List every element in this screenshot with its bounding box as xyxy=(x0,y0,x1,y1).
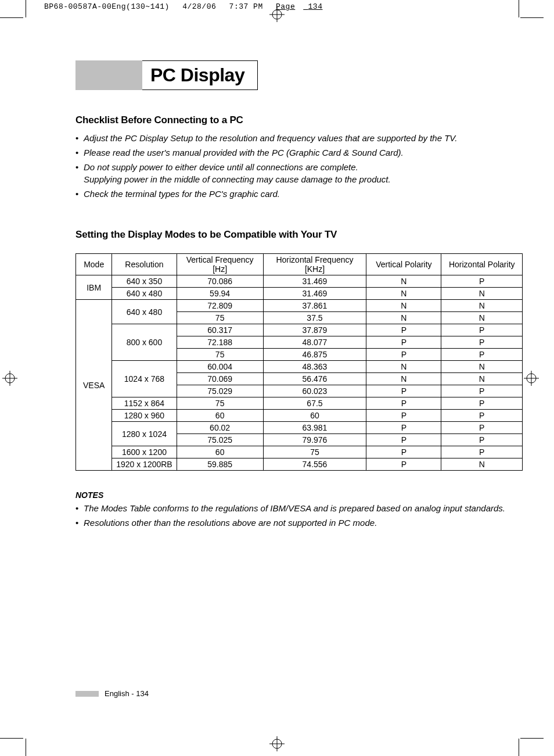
cell-vf: 60 xyxy=(177,410,263,422)
cropmark xyxy=(519,0,519,17)
cell-hp: N xyxy=(441,288,523,300)
cell-res: 1152 x 864 xyxy=(112,397,177,410)
display-modes-table: Mode Resolution Vertical Frequency [Hz] … xyxy=(75,253,523,471)
table-row: IBM 640 x 350 70.086 31.469 N P xyxy=(76,275,523,288)
cell-hf: 60 xyxy=(263,410,366,422)
cell-hp: N xyxy=(441,373,523,385)
cell-hp: P xyxy=(441,349,523,361)
cell-vp: N xyxy=(366,312,441,324)
table-row: 800 x 600 60.317 37.879 P P xyxy=(76,324,523,336)
cell-res: 1280 x 1024 xyxy=(112,422,177,446)
cropmark xyxy=(0,738,23,739)
cropmark xyxy=(0,17,23,18)
cell-hf: 48.077 xyxy=(263,336,366,349)
cropmark xyxy=(520,17,544,18)
table-row: 1920 x 1200RB 59.885 74.556 P N xyxy=(76,458,523,471)
cell-vp: N xyxy=(366,275,441,288)
cell-hp: P xyxy=(441,324,523,336)
th-hfreq: Horizontal Frequency [KHz] xyxy=(263,254,366,275)
cell-vf: 75 xyxy=(177,312,263,324)
cell-hf: 60.023 xyxy=(263,385,366,397)
table-heading: Setting the Display Modes to be Compatib… xyxy=(75,229,523,241)
notes-item: The Modes Table conforms to the regulati… xyxy=(75,502,523,514)
title-tab-bar xyxy=(75,60,142,90)
registration-mark-icon xyxy=(2,371,17,386)
slug-file: BP68-00587A-00Eng(130~141) xyxy=(44,2,170,11)
cell-hf: 56.476 xyxy=(263,373,366,385)
table-row: 1152 x 864 75 67.5 P P xyxy=(76,397,523,410)
cell-vp: P xyxy=(366,336,441,349)
cell-vp: P xyxy=(366,410,441,422)
cropmark xyxy=(26,0,26,17)
cell-vf: 60 xyxy=(177,446,263,458)
page-footer: English - 134 xyxy=(75,689,149,698)
cell-vp: N xyxy=(366,373,441,385)
cell-vp: P xyxy=(366,349,441,361)
cell-res: 640 x 480 xyxy=(112,288,177,300)
cell-hf: 74.556 xyxy=(263,458,366,471)
cell-res: 640 x 350 xyxy=(112,275,177,288)
slug-page-num: 134 xyxy=(308,2,323,11)
cell-vp: P xyxy=(366,446,441,458)
cell-vf: 70.086 xyxy=(177,275,263,288)
cell-vf: 60.317 xyxy=(177,324,263,336)
registration-mark-icon xyxy=(524,371,539,386)
cell-vf: 75 xyxy=(177,349,263,361)
cell-hf: 31.469 xyxy=(263,288,366,300)
notes-item: Resolutions other than the resolutions a… xyxy=(75,517,523,529)
cell-hp: N xyxy=(441,300,523,312)
cell-vp: P xyxy=(366,458,441,471)
cell-hf: 31.469 xyxy=(263,275,366,288)
cell-vf: 72.188 xyxy=(177,336,263,349)
footer-text: English - 134 xyxy=(105,689,149,698)
cell-hp: P xyxy=(441,336,523,349)
slug-date: 4/28/06 xyxy=(182,2,216,11)
cell-res: 1600 x 1200 xyxy=(112,446,177,458)
checklist-item-text: Do not supply power to either device unt… xyxy=(84,162,358,172)
cell-hp: P xyxy=(441,385,523,397)
cell-vf: 59.885 xyxy=(177,458,263,471)
cell-vp: N xyxy=(366,288,441,300)
cell-mode: IBM xyxy=(76,275,112,300)
cell-vp: P xyxy=(366,434,441,446)
cell-vf: 70.069 xyxy=(177,373,263,385)
cropmark xyxy=(26,739,26,756)
page-title: PC Display xyxy=(150,65,244,86)
table-row: 1280 x 1024 60.02 63.981 P P xyxy=(76,422,523,434)
notes-heading: NOTES xyxy=(75,490,523,500)
cell-hf: 37.5 xyxy=(263,312,366,324)
cell-hp: N xyxy=(441,361,523,373)
th-resolution: Resolution xyxy=(112,254,177,275)
cell-hp: N xyxy=(441,458,523,471)
table-row: 640 x 480 59.94 31.469 N N xyxy=(76,288,523,300)
cell-res: 1920 x 1200RB xyxy=(112,458,177,471)
th-mode: Mode xyxy=(76,254,112,275)
cell-hp: N xyxy=(441,312,523,324)
cell-hf: 79.976 xyxy=(263,434,366,446)
cell-vf: 72.809 xyxy=(177,300,263,312)
cell-vf: 60.004 xyxy=(177,361,263,373)
cell-res: 640 x 480 xyxy=(112,300,177,324)
cell-vf: 75.025 xyxy=(177,434,263,446)
cropmark xyxy=(519,739,519,756)
page-title-block: PC Display xyxy=(75,60,523,90)
table-row: VESA 640 x 480 72.809 37.861 N N xyxy=(76,300,523,312)
table-row: 1600 x 1200 60 75 P P xyxy=(76,446,523,458)
checklist-heading: Checklist Before Connecting to a PC xyxy=(75,114,523,126)
cell-vp: P xyxy=(366,324,441,336)
cell-hf: 37.879 xyxy=(263,324,366,336)
cell-vf: 75.029 xyxy=(177,385,263,397)
cell-mode: VESA xyxy=(76,300,112,471)
registration-mark-icon xyxy=(269,736,285,751)
notes-list: The Modes Table conforms to the regulati… xyxy=(75,502,523,529)
cell-vf: 60.02 xyxy=(177,422,263,434)
checklist-item: Adjust the PC Display Setup to the resol… xyxy=(75,132,523,144)
cell-hp: P xyxy=(441,275,523,288)
slug-page-label: Page xyxy=(276,2,295,11)
checklist-item: Please read the user's manual provided w… xyxy=(75,146,523,159)
cell-hf: 75 xyxy=(263,446,366,458)
cell-res: 800 x 600 xyxy=(112,324,177,361)
slug-time: 7:37 PM xyxy=(229,2,263,11)
cell-res: 1024 x 768 xyxy=(112,361,177,397)
cell-vp: P xyxy=(366,397,441,410)
